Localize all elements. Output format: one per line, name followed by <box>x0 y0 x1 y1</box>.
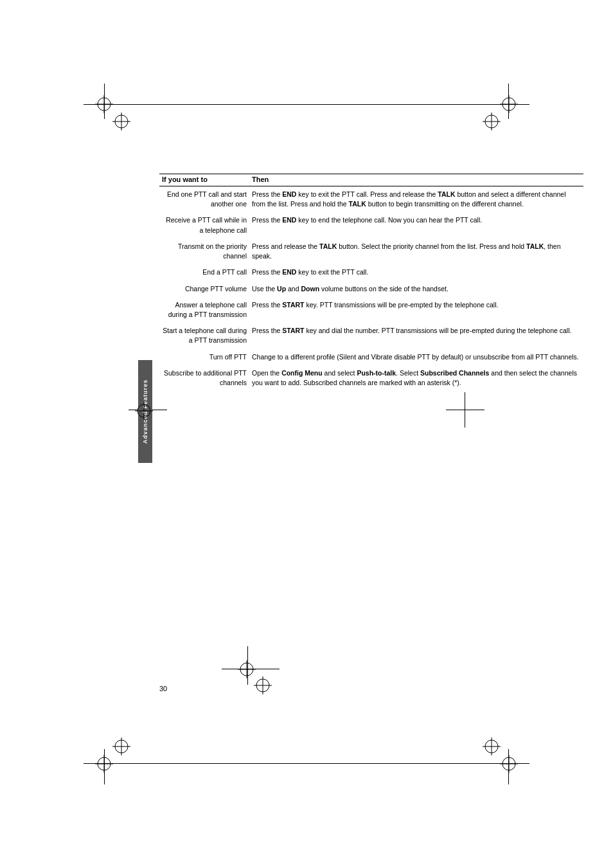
col-header-then: Then <box>249 174 583 186</box>
cell-if: End one PTT call and start another one <box>159 186 249 213</box>
reg-line-bot-mid-h <box>222 669 280 669</box>
table-row: Turn off PTTChange to a different profil… <box>159 349 583 365</box>
reg-line-v-tl <box>104 84 105 119</box>
cell-then: Press the END key to exit the PTT call. … <box>249 186 583 213</box>
cell-if: Receive a PTT call while in a telephone … <box>159 212 249 238</box>
table-row: Answer a telephone call during a PTT tra… <box>159 297 583 323</box>
ptt-reference-table: If you want to Then End one PTT call and… <box>159 174 583 391</box>
reg-line-v-bl <box>104 749 105 784</box>
reg-mark-bl2 <box>112 737 130 755</box>
cell-if: Answer a telephone call during a PTT tra… <box>159 297 249 323</box>
cell-if: Turn off PTT <box>159 349 249 365</box>
reg-line-h-top <box>84 104 529 105</box>
reg-mark-tl2 <box>112 113 130 131</box>
cell-then: Press the START key. PTT transmissions w… <box>249 297 583 323</box>
cell-then: Open the Config Menu and select Push-to-… <box>249 365 583 391</box>
cell-then: Press the END key to exit the PTT call. <box>249 264 583 280</box>
reg-mark-br2 <box>483 737 501 755</box>
table-row: Change PTT volumeUse the Up and Down vol… <box>159 281 583 297</box>
reg-line-bot-mid-v <box>247 646 248 685</box>
table-row: Transmit on the priority channelPress an… <box>159 239 583 264</box>
main-content: If you want to Then End one PTT call and… <box>159 174 583 391</box>
reg-line-v-tr <box>508 84 509 119</box>
table-row: End one PTT call and start another onePr… <box>159 186 583 213</box>
reg-line-h-bot <box>84 763 529 764</box>
table-header: If you want to Then <box>159 174 583 186</box>
table-row: Start a telephone call during a PTT tran… <box>159 323 583 348</box>
cell-then: Press the START key and dial the number.… <box>249 323 583 348</box>
cell-then: Change to a different profile (Silent an… <box>249 349 583 365</box>
cell-then: Use the Up and Down volume buttons on th… <box>249 281 583 297</box>
cell-then: Press the END key to end the telephone c… <box>249 212 583 238</box>
reg-mark-side <box>135 402 153 420</box>
cell-if: Start a telephone call during a PTT tran… <box>159 323 249 348</box>
reg-line-v-mid-right <box>465 392 465 428</box>
cell-if: Subscribe to additional PTT channels <box>159 365 249 391</box>
cell-if: Transmit on the priority channel <box>159 239 249 264</box>
col-header-if: If you want to <box>159 174 249 186</box>
reg-mark-tr2 <box>483 113 501 131</box>
table-row: Receive a PTT call while in a telephone … <box>159 212 583 238</box>
reg-mark-bot-mid2 <box>254 676 272 694</box>
table-row: Subscribe to additional PTT channelsOpen… <box>159 365 583 391</box>
reg-mark-bot-mid1 <box>238 660 256 678</box>
cell-then: Press and release the TALK button. Selec… <box>249 239 583 264</box>
cell-if: Change PTT volume <box>159 281 249 297</box>
table-row: End a PTT callPress the END key to exit … <box>159 264 583 280</box>
reg-line-v-br <box>508 749 509 784</box>
page-number: 30 <box>159 685 167 692</box>
cell-if: End a PTT call <box>159 264 249 280</box>
reg-mark-br1 <box>500 755 518 773</box>
reg-line-h-mid-right <box>446 410 484 410</box>
